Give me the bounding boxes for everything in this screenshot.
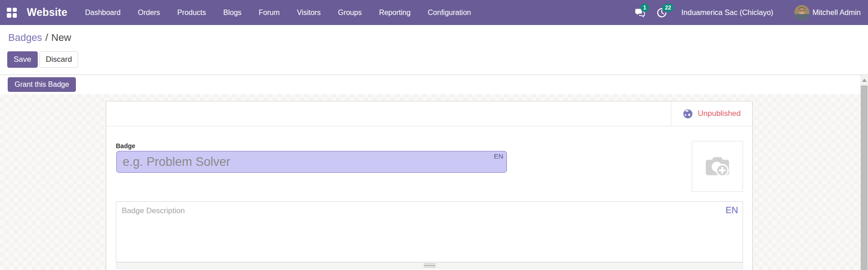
save-button[interactable]: Save <box>7 51 38 68</box>
grant-badge-button[interactable]: Grant this Badge <box>8 77 76 92</box>
messages-count-badge: 1 <box>640 4 649 12</box>
menu-item-blogs[interactable]: Blogs <box>215 0 250 25</box>
top-navbar: Website Dashboard Orders Products Blogs … <box>0 0 868 25</box>
menu-item-products[interactable]: Products <box>169 0 214 25</box>
grip-lines-icon <box>424 264 436 267</box>
badge-field-label: Badge <box>116 142 135 150</box>
messages-button[interactable]: 1 <box>633 6 647 20</box>
menu-item-forum[interactable]: Forum <box>250 0 288 25</box>
main-menu: Dashboard Orders Products Blogs Forum Vi… <box>76 0 480 25</box>
menu-item-visitors[interactable]: Visitors <box>288 0 329 25</box>
breadcrumb: Badges/New <box>8 32 71 44</box>
activity-button[interactable]: 22 <box>655 6 669 20</box>
activities-count-badge: 22 <box>662 4 674 12</box>
camera-plus-icon <box>704 152 732 180</box>
apps-grid-icon[interactable] <box>7 8 17 18</box>
app-brand[interactable]: Website <box>27 6 67 19</box>
discard-button[interactable]: Discard <box>40 51 79 68</box>
menu-item-configuration[interactable]: Configuration <box>419 0 480 25</box>
vertical-scrollbar[interactable] <box>860 75 868 270</box>
menu-item-reporting[interactable]: Reporting <box>370 0 419 25</box>
user-avatar[interactable] <box>794 5 809 20</box>
publish-status-toggle[interactable]: Unpublished <box>671 101 752 126</box>
badge-description-language-badge[interactable]: EN <box>725 205 738 215</box>
badge-description-field-wrapper: EN <box>116 201 743 262</box>
breadcrumb-separator: / <box>45 32 48 43</box>
badge-name-language-badge[interactable]: EN <box>494 152 503 160</box>
breadcrumb-badges-link[interactable]: Badges <box>8 32 42 43</box>
menu-item-dashboard[interactable]: Dashboard <box>76 0 129 25</box>
form-sheet: Unpublished Badge EN EN <box>106 101 753 270</box>
scrollbar-up-arrow-icon[interactable] <box>862 79 867 82</box>
record-actions: Save Discard <box>7 51 78 68</box>
form-view-background: Grant this Badge Unpublished Badge EN <box>0 75 868 270</box>
form-button-box: Grant this Badge <box>0 75 860 94</box>
control-panel: Badges/New Save Discard <box>0 25 868 75</box>
breadcrumb-current: New <box>51 32 71 43</box>
scrollbar-thumb[interactable] <box>861 85 868 270</box>
badge-image-upload[interactable] <box>692 141 743 192</box>
badge-description-textarea[interactable] <box>116 201 743 262</box>
form-statusbar: Unpublished <box>106 101 752 126</box>
navbar-systray: 1 22 Induamerica Sac (Chiclayo) Mitchel <box>633 5 868 20</box>
globe-icon <box>683 109 693 119</box>
menu-item-groups[interactable]: Groups <box>329 0 370 25</box>
textarea-resize-handle[interactable] <box>116 262 743 269</box>
menu-item-orders[interactable]: Orders <box>129 0 169 25</box>
badge-name-input[interactable] <box>116 151 507 173</box>
publish-status-label: Unpublished <box>698 109 741 118</box>
badge-name-field-wrapper: EN <box>116 151 507 173</box>
user-menu[interactable]: Mitchell Admin <box>813 8 861 17</box>
company-switcher[interactable]: Induamerica Sac (Chiclayo) <box>681 8 774 17</box>
